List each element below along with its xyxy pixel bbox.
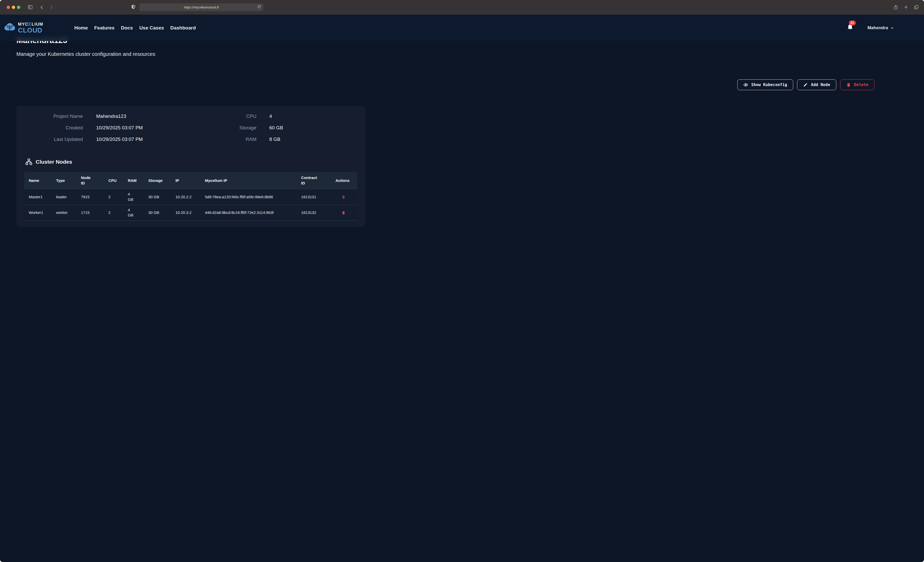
table-row-worker1: Worker1worker171524 GB30 GB10.20.3.2446:… (24, 205, 357, 221)
url-text: https://myceliumcloud.tf (184, 5, 219, 9)
browser-toolbar: https://myceliumcloud.tf (0, 0, 402, 15)
field-value-storage: 60 GB (269, 125, 283, 131)
zoom-window-button[interactable] (17, 6, 20, 9)
field-label-storage: Storage (207, 125, 256, 131)
cell-cpu: 2 (104, 210, 124, 215)
cell-actions (331, 195, 357, 199)
column-header-type: Type (52, 178, 76, 183)
field-value-project-name: Mahendra123 (96, 114, 207, 119)
cell-actions (331, 210, 357, 215)
cell-ram: 4 GB (123, 191, 144, 202)
cell-storage: 30 GB (144, 194, 171, 200)
page-body: Mahendra123 Manage your Kubernetes clust… (0, 15, 402, 227)
cell-contract_id: 1613132 (297, 210, 331, 215)
cell-storage: 30 GB (144, 210, 171, 215)
logo-line1: MYCELIUM (18, 22, 44, 26)
cell-name: Worker1 (24, 210, 52, 215)
cluster-nodes-header: Cluster Nodes (26, 158, 357, 165)
cluster-nodes-title: Cluster Nodes (36, 159, 72, 165)
column-header-mycelium-ip: Mycelium IP (201, 178, 297, 183)
mycelium-cloud-logo[interactable]: MYCELIUM CLOUD (4, 22, 44, 34)
column-header-storage: Storage (144, 178, 171, 183)
column-header-node-id: Node ID (76, 175, 104, 186)
cell-ip: 10.20.2.2 (171, 194, 201, 200)
nav-link-docs[interactable]: Docs (121, 25, 133, 31)
web-content: MYCELIUM CLOUD HomeFeaturesDocsUse Cases… (0, 15, 402, 245)
close-window-button[interactable] (7, 6, 10, 9)
cell-mycelium_ip: 446:d2a6:8bcd:8c16:ff0f:72e2:3114:863f (201, 210, 297, 215)
column-header-contract-id: Contract ID (297, 175, 331, 186)
sidebar-icon[interactable] (28, 4, 33, 10)
cell-ip: 10.20.3.2 (171, 210, 201, 215)
nav-link-dashboard[interactable]: Dashboard (170, 25, 196, 31)
field-label-ram: RAM (207, 136, 256, 142)
logo-line2: CLOUD (18, 27, 44, 34)
column-header-ip: IP (171, 178, 201, 183)
table-row-master1: Master1leader791524 GB30 GB10.20.2.25d8:… (24, 189, 357, 205)
nav-link-home[interactable]: Home (74, 25, 88, 31)
project-info-card: Project NameMahendra123CPU4Created10/29/… (16, 106, 365, 227)
back-icon[interactable] (39, 5, 44, 10)
delete-node-button[interactable] (342, 195, 345, 199)
field-value-last-updated: 10/29/2025 03:07 PM (96, 136, 207, 142)
field-label-cpu: CPU (207, 114, 256, 119)
field-value-created: 10/29/2025 03:07 PM (96, 125, 207, 131)
column-header-ram: RAM (123, 178, 144, 183)
cell-contract_id: 1613131 (297, 194, 331, 200)
field-label-created: Created (24, 125, 83, 131)
shield-icon[interactable] (131, 4, 136, 9)
delete-node-button[interactable] (342, 210, 345, 215)
action-buttons: Show KubeconfigAdd NodeDelete (16, 79, 402, 90)
site-navbar: MYCELIUM CLOUD HomeFeaturesDocsUse Cases… (0, 15, 402, 41)
page-subtitle: Manage your Kubernetes cluster configura… (16, 51, 402, 57)
column-header-name: Name (24, 178, 52, 183)
reload-icon[interactable] (257, 5, 261, 10)
cell-mycelium_ip: 5d8:78ea:a120:f40c:ff0f:a5fe:99e6:8b96 (201, 194, 297, 200)
column-header-actions: Actions (331, 178, 357, 183)
browser-window: https://myceliumcloud.tf (0, 0, 402, 245)
project-info-row: Project NameMahendra123CPU4 (24, 114, 357, 125)
cell-ram: 4 GB (123, 208, 144, 218)
project-info-row: Last Updated10/29/2025 03:07 PMRAM8 GB (24, 136, 357, 148)
field-value-cpu: 4 (269, 114, 272, 119)
project-info-grid: Project NameMahendra123CPU4Created10/29/… (24, 114, 357, 148)
cell-cpu: 2 (104, 194, 124, 200)
project-info-row: Created10/29/2025 03:07 PMStorage60 GB (24, 125, 357, 136)
field-label-last-updated: Last Updated (24, 136, 83, 142)
cell-type: leader (52, 194, 76, 200)
forward-icon[interactable] (49, 5, 54, 10)
logo-cloud-icon (4, 22, 16, 34)
traffic-lights (7, 6, 20, 9)
nav-link-use-cases[interactable]: Use Cases (139, 25, 164, 31)
cell-type: worker (52, 210, 76, 215)
cell-name: Master1 (24, 194, 52, 200)
address-bar[interactable]: https://myceliumcloud.tf (139, 3, 263, 11)
field-value-ram: 8 GB (269, 136, 280, 142)
cluster-nodes-table: NameTypeNode IDCPURAMStorageIPMycelium I… (24, 172, 357, 221)
column-header-cpu: CPU (104, 178, 124, 183)
field-label-project-name: Project Name (24, 114, 83, 119)
minimize-window-button[interactable] (12, 6, 15, 9)
nav-links: HomeFeaturesDocsUse CasesDashboard (74, 25, 196, 31)
cell-node_id: 7915 (76, 194, 104, 200)
table-header-row: NameTypeNode IDCPURAMStorageIPMycelium I… (24, 172, 357, 189)
cell-node_id: 1715 (76, 210, 104, 215)
network-icon (26, 158, 32, 165)
nav-link-features[interactable]: Features (94, 25, 114, 31)
